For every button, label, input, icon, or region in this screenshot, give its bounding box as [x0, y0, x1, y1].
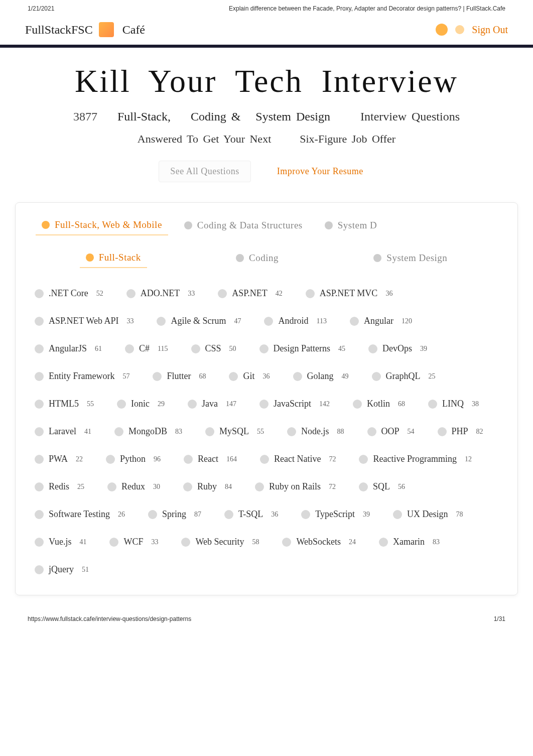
topic-item[interactable]: Spring87 [144, 504, 205, 525]
tab-top-2[interactable]: System D [319, 215, 383, 235]
see-all-questions-button[interactable]: See All Questions [159, 161, 251, 182]
topic-item[interactable]: Reactive Programming12 [355, 449, 475, 469]
topic-item[interactable]: ASP.NET Web API33 [31, 311, 138, 331]
bullet-icon [255, 482, 264, 491]
navbar-left: FullStackFSC Café [25, 22, 145, 37]
topic-item[interactable]: Git36 [225, 366, 274, 387]
topic-item[interactable]: HTML555 [31, 394, 98, 414]
topic-item[interactable]: OOP54 [363, 421, 419, 442]
bullet-icon [191, 344, 200, 353]
topic-item[interactable]: WCF33 [105, 532, 162, 552]
topic-item[interactable]: Golang49 [289, 366, 353, 387]
improve-resume-button[interactable]: Improve Your Resume [266, 161, 374, 182]
bullet-icon [359, 455, 368, 464]
topic-item[interactable]: jQuery51 [31, 559, 93, 580]
topic-item[interactable]: PHP82 [434, 421, 487, 442]
bullet-icon [301, 510, 310, 519]
topic-count: 41 [79, 538, 86, 546]
notification-icon[interactable] [455, 25, 464, 34]
topic-item[interactable]: UX Design78 [389, 504, 467, 525]
topic-item[interactable]: Entity Framework57 [31, 366, 134, 387]
topic-item[interactable]: Python96 [102, 449, 165, 469]
topic-item[interactable]: GraphQL25 [368, 366, 440, 387]
topic-item[interactable]: MongoDB83 [110, 421, 186, 442]
topic-name: Xamarin [393, 537, 425, 547]
topic-count: 39 [420, 345, 427, 353]
topic-item[interactable]: ADO.NET33 [122, 283, 199, 304]
topic-item[interactable]: WebSockets24 [278, 532, 360, 552]
topic-item[interactable]: DevOps39 [364, 338, 431, 359]
bullet-icon [264, 317, 273, 326]
topic-name: ASP.NET Web API [49, 316, 118, 326]
topic-name: React [198, 454, 218, 464]
topic-item[interactable]: Ruby on Rails72 [251, 476, 340, 497]
topic-count: 29 [158, 400, 165, 408]
topic-item[interactable]: Android113 [260, 311, 330, 331]
topic-item[interactable]: MySQL55 [201, 421, 268, 442]
bullet-icon [282, 538, 291, 547]
brand-main[interactable]: FullStackFSC [25, 23, 93, 37]
topic-item[interactable]: JavaScript142 [255, 394, 334, 414]
topic-item[interactable]: Laravel41 [31, 421, 95, 442]
tab-top-1[interactable]: Coding & Data Structures [178, 215, 309, 235]
topic-item[interactable]: T-SQL36 [220, 504, 282, 525]
topic-item[interactable]: TypeScript39 [297, 504, 374, 525]
navbar-right: Sign Out [436, 24, 508, 36]
topic-count: 30 [153, 483, 160, 491]
topic-count: 36 [385, 290, 392, 298]
topic-count: 22 [76, 455, 83, 463]
topic-item[interactable]: .NET Core52 [31, 283, 107, 304]
topic-count: 26 [118, 511, 125, 519]
bullet-icon [106, 455, 115, 464]
bullet-icon [218, 289, 227, 298]
avatar-icon[interactable] [436, 24, 448, 36]
topic-item[interactable]: C#115 [121, 338, 172, 359]
bullet-icon [372, 372, 381, 381]
bullet-icon [259, 344, 269, 353]
topic-item[interactable]: Vue.js41 [31, 532, 90, 552]
topic-item[interactable]: LINQ38 [424, 394, 483, 414]
topic-count: 25 [77, 483, 84, 491]
topic-count: 36 [263, 372, 270, 381]
topic-item[interactable]: Web Security58 [177, 532, 263, 552]
topic-item[interactable]: Redux30 [103, 476, 164, 497]
topic-item[interactable]: CSS50 [187, 338, 240, 359]
topic-item[interactable]: Xamarin83 [375, 532, 444, 552]
topic-count: 72 [329, 483, 336, 491]
topic-item[interactable]: React164 [180, 449, 241, 469]
topic-item[interactable]: Node.js88 [283, 421, 348, 442]
topic-count: 42 [276, 290, 283, 298]
topic-item[interactable]: Java147 [184, 394, 240, 414]
topic-item[interactable]: Design Patterns45 [255, 338, 349, 359]
bullet-icon [35, 344, 44, 353]
topic-item[interactable]: Flutter68 [149, 366, 210, 387]
topic-item[interactable]: Software Testing26 [31, 504, 129, 525]
print-footer: https://www.fullstack.cafe/interview-que… [0, 595, 533, 630]
topic-count: 33 [188, 290, 195, 298]
topic-item[interactable]: Ruby84 [179, 476, 236, 497]
topic-item[interactable]: Ionic29 [113, 394, 169, 414]
logo-icon[interactable] [99, 22, 114, 37]
topic-item[interactable]: ASP.NET MVC36 [302, 283, 397, 304]
tab-sub-1[interactable]: Coding [230, 248, 285, 268]
tab-top-0[interactable]: Full-Stack, Web & Mobile [36, 215, 168, 235]
topic-name: CSS [205, 343, 221, 354]
signout-link[interactable]: Sign Out [472, 24, 508, 36]
topic-item[interactable]: SQL56 [355, 476, 409, 497]
topic-name: WebSockets [296, 537, 341, 547]
bullet-icon [373, 254, 381, 262]
topic-item[interactable]: PWA22 [31, 449, 87, 469]
topic-item[interactable]: AngularJS61 [31, 338, 106, 359]
topic-name: Redux [121, 481, 145, 492]
tab-sub-2[interactable]: System Design [367, 248, 453, 268]
topic-item[interactable]: Kotlin68 [349, 394, 409, 414]
topic-item[interactable]: Redis25 [31, 476, 88, 497]
bullet-icon [42, 221, 50, 229]
topic-item[interactable]: React Native72 [256, 449, 340, 469]
topic-name: Spring [162, 509, 186, 520]
topic-item[interactable]: ASP.NET42 [214, 283, 287, 304]
tab-sub-0[interactable]: Full-Stack [80, 248, 147, 268]
topic-item[interactable]: Angular120 [346, 311, 416, 331]
topic-item[interactable]: Agile & Scrum47 [153, 311, 245, 331]
topic-count: 58 [252, 538, 259, 546]
